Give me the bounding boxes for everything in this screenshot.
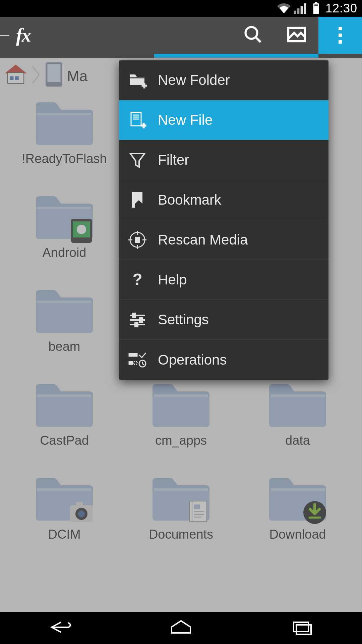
svg-rect-43	[135, 237, 140, 243]
drawer-hint-icon	[0, 35, 9, 36]
battery-icon	[309, 2, 323, 15]
menu-item-label: New Folder	[158, 72, 230, 88]
folder-plus-icon: +	[128, 70, 147, 90]
overflow-menu-button[interactable]	[318, 17, 362, 54]
rescan-media-icon	[128, 230, 147, 250]
app-logo: fx	[16, 24, 31, 46]
svg-point-7	[246, 27, 257, 39]
svg-rect-5	[315, 2, 317, 4]
cell-signal-icon	[293, 2, 307, 15]
svg-line-56	[142, 364, 144, 365]
menu-item-label: Help	[158, 272, 187, 288]
search-button[interactable]	[231, 17, 275, 54]
svg-rect-6	[314, 4, 318, 6]
menu-item-label: Filter	[158, 152, 189, 168]
svg-rect-0	[294, 11, 296, 14]
menu-item-label: Bookmark	[158, 192, 221, 208]
status-bar: 12:30	[0, 0, 362, 17]
menu-item-settings[interactable]: Settings	[119, 300, 328, 340]
menu-item-new-folder[interactable]: +New Folder	[119, 60, 328, 100]
menu-item-help[interactable]: ?Help	[119, 260, 328, 300]
bookmark-icon	[128, 190, 147, 210]
svg-rect-53	[134, 362, 137, 364]
menu-item-bookmark[interactable]: Bookmark	[119, 180, 328, 220]
settings-sliders-icon	[128, 310, 147, 329]
file-plus-icon: +	[128, 110, 147, 130]
back-icon	[46, 619, 74, 636]
menu-item-label: Operations	[158, 352, 227, 368]
menu-item-operations[interactable]: Operations	[119, 340, 328, 380]
search-icon	[243, 24, 263, 46]
gallery-button[interactable]	[275, 17, 318, 54]
svg-text:+: +	[142, 80, 147, 90]
more-vertical-icon	[339, 27, 342, 44]
menu-item-rescan-media[interactable]: Rescan Media	[119, 220, 328, 260]
svg-text:+: +	[141, 120, 146, 130]
svg-rect-52	[129, 362, 132, 364]
system-nav-bar	[0, 612, 362, 644]
svg-rect-2	[301, 6, 303, 14]
recents-icon	[288, 619, 316, 636]
tab-indicator-strip	[0, 54, 362, 58]
svg-text:?: ?	[132, 270, 142, 288]
menu-item-label: Settings	[158, 312, 209, 328]
operations-icon	[128, 350, 147, 370]
svg-rect-49	[140, 318, 142, 322]
home-nav-icon	[167, 619, 195, 636]
wifi-icon	[277, 2, 291, 15]
menu-item-filter[interactable]: Filter	[119, 140, 328, 180]
image-icon	[287, 24, 307, 46]
help-icon: ?	[128, 270, 147, 289]
svg-rect-50	[135, 323, 138, 327]
svg-rect-37	[132, 192, 135, 208]
overflow-menu: +New Folder+New FileFilterBookmarkRescan…	[119, 60, 328, 380]
svg-line-8	[256, 37, 261, 42]
menu-item-label: New File	[158, 112, 213, 128]
back-button[interactable]	[46, 619, 74, 637]
svg-rect-48	[132, 313, 135, 317]
nav-drawer-toggle[interactable]: fx	[0, 24, 31, 46]
svg-rect-1	[297, 8, 300, 14]
menu-item-new-file[interactable]: +New File	[119, 100, 328, 140]
funnel-icon	[128, 150, 147, 170]
svg-rect-3	[304, 3, 306, 14]
menu-item-label: Rescan Media	[158, 232, 248, 248]
recents-button[interactable]	[288, 619, 316, 637]
home-button[interactable]	[167, 619, 195, 637]
status-time: 12:30	[325, 1, 357, 15]
svg-rect-51	[129, 354, 137, 356]
app-action-bar: fx	[0, 17, 362, 54]
